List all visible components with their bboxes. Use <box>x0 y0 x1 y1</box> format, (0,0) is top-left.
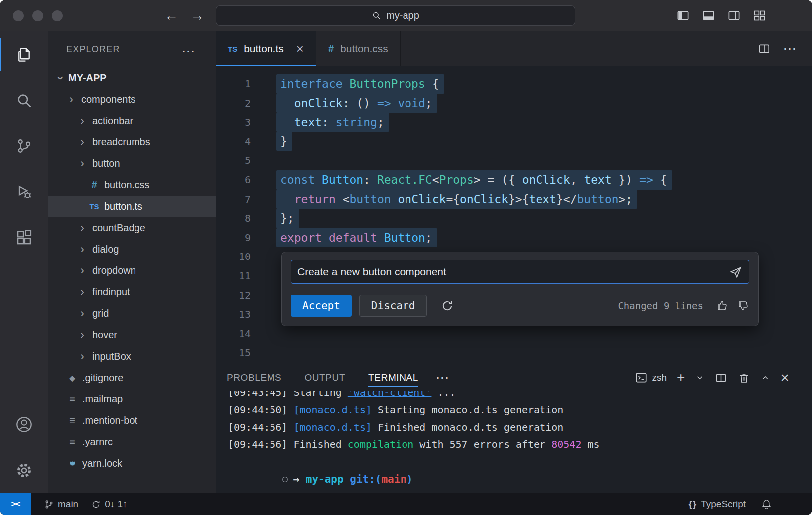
close-tab-icon[interactable]: × <box>296 42 304 55</box>
tree-item-yarn.lock[interactable]: yarn.lock <box>48 453 216 474</box>
inline-chat-widget: Accept Discard Changed 9 lines <box>281 252 759 326</box>
git-file-icon: ◆ <box>66 374 78 383</box>
activity-extensions[interactable] <box>0 215 48 260</box>
language-label: TypeScript <box>701 499 746 510</box>
tree-root-my-app[interactable]: › MY-APP <box>48 67 216 89</box>
toggle-panel-icon[interactable] <box>702 9 715 22</box>
tree-item-button.css[interactable]: #button.css <box>48 174 216 196</box>
tree-item-breadcrumbs[interactable]: ›breadcrumbs <box>48 131 216 153</box>
sync-status-item[interactable]: 0↓ 1↑ <box>91 499 127 510</box>
code-line: 7 return <button onClick={onClick}>{text… <box>216 190 812 209</box>
tree-item-dropdown[interactable]: ›dropdown <box>48 260 216 281</box>
remote-indicator[interactable]: >< <box>0 493 31 515</box>
tree-item-actionbar[interactable]: ›actionbar <box>48 110 216 131</box>
terminal-dropdown-icon[interactable] <box>695 373 704 382</box>
activity-accounts[interactable] <box>0 401 48 447</box>
account-icon <box>15 415 33 434</box>
minimize-window-button[interactable] <box>32 10 43 21</box>
window-controls <box>13 10 63 21</box>
toggle-primary-sidebar-icon[interactable] <box>677 9 690 22</box>
command-center[interactable]: my-app <box>216 5 575 26</box>
editor-tab-bar: TS button.ts × # button.css ··· <box>216 31 812 66</box>
split-editor-icon[interactable] <box>758 42 771 55</box>
tree-item-.gitignore[interactable]: ◆.gitignore <box>48 367 216 388</box>
tree-item-inputBox[interactable]: ›inputBox <box>48 346 216 367</box>
chevron-right-icon: › <box>77 329 87 341</box>
tree-item-.mailmap[interactable]: ≡.mailmap <box>48 388 216 410</box>
zoom-window-button[interactable] <box>52 10 63 21</box>
send-icon[interactable] <box>729 265 742 278</box>
inline-chat-input[interactable] <box>291 260 749 284</box>
thumbs-up-icon[interactable] <box>716 300 728 312</box>
tree-item-label: dialog <box>92 244 119 255</box>
language-mode-item[interactable]: {} TypeScript <box>688 499 746 510</box>
tree-item-hover[interactable]: ›hover <box>48 324 216 346</box>
activity-source-control[interactable] <box>0 123 48 169</box>
activity-settings[interactable] <box>0 447 48 493</box>
tab-output[interactable]: OUTPUT <box>304 364 345 391</box>
discard-button[interactable]: Discard <box>359 295 427 317</box>
command-decoration-icon <box>282 477 288 482</box>
split-terminal-icon[interactable] <box>715 372 727 384</box>
tree-item-label: findinput <box>92 286 130 298</box>
code-line: 15 <box>216 343 812 363</box>
branch-status-item[interactable]: main <box>44 499 78 510</box>
activity-explorer[interactable] <box>0 31 48 77</box>
chevron-right-icon: › <box>77 136 87 148</box>
panel-more-actions-icon[interactable]: ··· <box>436 372 450 384</box>
kill-terminal-trash-icon[interactable] <box>738 372 750 384</box>
branch-name-label: main <box>58 499 78 510</box>
explorer-tree: › MY-APP ›components›actionbar›breadcrum… <box>48 63 216 474</box>
rerun-request-icon[interactable] <box>441 299 454 312</box>
code-line: 1interface ButtonProps { <box>216 74 812 94</box>
toggle-secondary-sidebar-icon[interactable] <box>727 9 741 22</box>
tree-item-label: button.ts <box>104 201 142 212</box>
tree-item-.yarnrc[interactable]: ≡.yarnrc <box>48 431 216 453</box>
code-line: 14 <box>216 324 812 344</box>
code-line: 6const Button: React.FC<Props> = ({ onCl… <box>216 170 812 190</box>
chevron-down-icon: › <box>55 73 66 83</box>
tree-item-grid[interactable]: ›grid <box>48 303 216 324</box>
terminal-prompt-text: → my-app git:(main) <box>293 473 412 485</box>
tab-button-ts[interactable]: TS button.ts × <box>216 31 316 66</box>
code-editor[interactable]: 1interface ButtonProps {2 onClick: () =>… <box>216 66 812 364</box>
shell-name-label[interactable]: zsh <box>652 372 667 383</box>
activity-run-debug[interactable] <box>0 169 48 215</box>
tab-terminal[interactable]: TERMINAL <box>368 364 418 391</box>
notifications-bell-icon[interactable] <box>761 499 772 510</box>
tree-item-label: hover <box>92 329 117 341</box>
activity-search[interactable] <box>0 77 48 123</box>
tree-item-label: grid <box>92 308 109 319</box>
terminal-line: [09:44:56] [monaco.d.ts] Finished monaco… <box>228 419 812 436</box>
accept-button[interactable]: Accept <box>291 295 352 317</box>
tab-button-css[interactable]: # button.css <box>316 31 401 66</box>
activity-bar <box>0 31 48 493</box>
tree-item-button[interactable]: ›button <box>48 153 216 174</box>
tree-item-findinput[interactable]: ›findinput <box>48 281 216 303</box>
close-panel-icon[interactable]: × <box>780 370 789 385</box>
maximize-panel-icon[interactable] <box>761 373 770 382</box>
editor-more-actions-icon[interactable]: ··· <box>784 43 797 55</box>
vscode-window: ← → my-app <box>0 0 812 515</box>
explorer-tree-items: ›components›actionbar›breadcrumbs›button… <box>48 89 216 474</box>
tab-problems[interactable]: PROBLEMS <box>227 364 281 391</box>
terminal-view[interactable]: [09:43:45] Starting 'watch-client' ...[0… <box>216 391 812 493</box>
thumbs-down-icon[interactable] <box>737 300 749 312</box>
tree-item-button.ts[interactable]: TSbutton.ts <box>48 196 216 217</box>
close-window-button[interactable] <box>13 10 24 21</box>
terminal-cursor <box>418 473 424 485</box>
new-terminal-icon[interactable]: + <box>677 371 685 385</box>
tree-item-components[interactable]: ›components <box>48 89 216 110</box>
tree-item-label: dropdown <box>92 265 136 276</box>
tree-item-label: inputBox <box>92 351 131 362</box>
extensions-icon <box>15 229 33 247</box>
tree-item-.mention-bot[interactable]: ≡.mention-bot <box>48 410 216 431</box>
forward-icon[interactable]: → <box>190 8 204 24</box>
gear-icon <box>15 461 33 480</box>
explorer-more-actions-icon[interactable]: ··· <box>182 45 196 57</box>
customize-layout-icon[interactable] <box>753 9 766 22</box>
back-icon[interactable]: ← <box>164 8 178 24</box>
tree-item-dialog[interactable]: ›dialog <box>48 239 216 260</box>
tree-item-countBadge[interactable]: ›countBadge <box>48 217 216 239</box>
tree-item-label: .gitignore <box>82 372 123 384</box>
